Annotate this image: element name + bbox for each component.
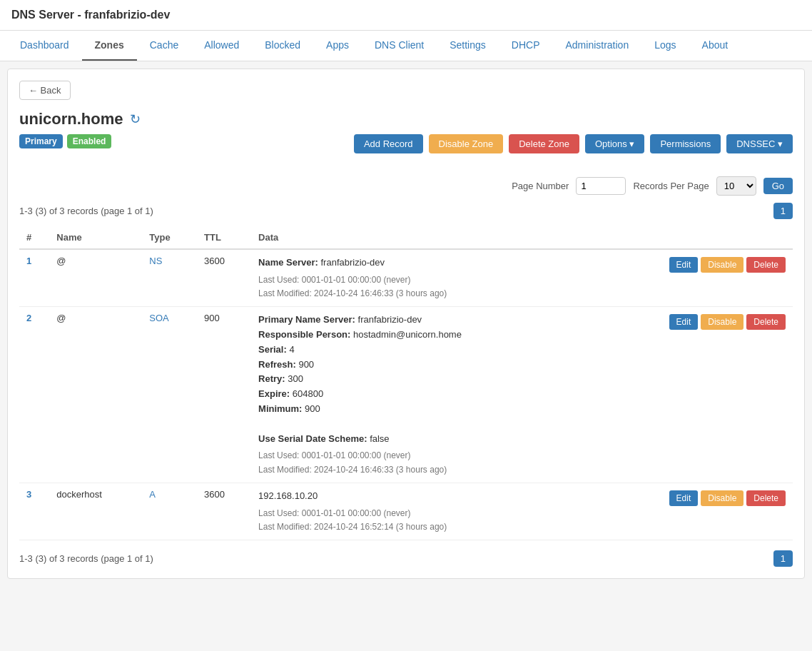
records-per-page-select[interactable]: 10 25 50 100 [716, 176, 756, 196]
tab-administration[interactable]: Administration [552, 31, 641, 61]
record-data-cell: 192.168.10.20Last Used: 0001-01-01 00:00… [251, 483, 589, 540]
title-bar: DNS Server - franfabrizio-dev [0, 0, 812, 31]
col-num: # [19, 226, 49, 249]
tab-allowed[interactable]: Allowed [191, 31, 252, 61]
record-disable-button[interactable]: Disable [701, 490, 744, 506]
tab-dhcp[interactable]: DHCP [499, 31, 553, 61]
record-disable-button[interactable]: Disable [701, 314, 744, 330]
tab-dashboard[interactable]: Dashboard [7, 31, 82, 61]
tab-apps[interactable]: Apps [313, 31, 362, 61]
record-data-cell: Primary Name Server: franfabrizio-devRes… [251, 307, 589, 483]
delete-zone-button[interactable]: Delete Zone [509, 134, 579, 153]
record-actions: EditDisableDelete [589, 249, 793, 307]
col-data: Data [251, 226, 589, 249]
dnssec-button[interactable]: DNSSEC ▾ [726, 134, 793, 153]
records-count-bottom: 1-3 (3) of 3 records (page 1 of 1) [19, 553, 153, 564]
col-name: Name [49, 226, 142, 249]
record-type: SOA [142, 307, 197, 483]
page-number-input[interactable] [576, 177, 626, 195]
records-per-page-label: Records Per Page [633, 181, 709, 191]
record-delete-button[interactable]: Delete [746, 490, 786, 506]
permissions-button[interactable]: Permissions [650, 134, 721, 153]
record-delete-button[interactable]: Delete [746, 257, 786, 273]
record-type: NS [142, 249, 197, 307]
record-edit-button[interactable]: Edit [669, 257, 699, 273]
record-delete-button[interactable]: Delete [746, 314, 786, 330]
nav-tabs: Dashboard Zones Cache Allowed Blocked Ap… [0, 31, 812, 61]
tab-about[interactable]: About [689, 31, 741, 61]
tab-logs[interactable]: Logs [641, 31, 689, 61]
badge-primary: Primary [19, 134, 63, 148]
record-type: A [142, 483, 197, 540]
records-info-top: 1-3 (3) of 3 records (page 1 of 1) 1 [19, 203, 793, 219]
badge-enabled: Enabled [67, 134, 112, 148]
tab-blocked[interactable]: Blocked [252, 31, 313, 61]
record-name: dockerhost [49, 483, 142, 540]
back-button[interactable]: ← Back [19, 81, 71, 100]
record-ttl: 3600 [197, 483, 251, 540]
record-name: @ [49, 307, 142, 483]
tab-dns-client[interactable]: DNS Client [362, 31, 437, 61]
record-name: @ [49, 249, 142, 307]
record-data-cell: Name Server: franfabrizio-devLast Used: … [251, 249, 589, 307]
pagination-controls: Page Number Records Per Page 10 25 50 10… [19, 176, 793, 196]
records-count-top: 1-3 (3) of 3 records (page 1 of 1) [19, 206, 153, 216]
page-number-label: Page Number [512, 181, 569, 191]
records-info-bottom: 1-3 (3) of 3 records (page 1 of 1) 1 [19, 550, 793, 567]
record-num: 2 [19, 307, 49, 483]
record-edit-button[interactable]: Edit [669, 314, 699, 330]
col-ttl: TTL [197, 226, 251, 249]
add-record-button[interactable]: Add Record [354, 134, 423, 153]
record-num: 3 [19, 483, 49, 540]
zone-badges: Primary Enabled [19, 134, 111, 148]
col-type: Type [142, 226, 197, 249]
record-num: 1 [19, 249, 49, 307]
main-content: ← Back unicorn.home ↻ Primary Enabled Ad… [7, 69, 805, 579]
page-badge-top[interactable]: 1 [773, 203, 793, 219]
tab-settings[interactable]: Settings [437, 31, 499, 61]
zone-header: unicorn.home ↻ [19, 110, 793, 128]
record-ttl: 3600 [197, 249, 251, 307]
page-badge-bottom[interactable]: 1 [773, 550, 793, 567]
record-edit-button[interactable]: Edit [669, 490, 699, 506]
table-row: 1 @ NS 3600 Name Server: franfabrizio-de… [19, 249, 793, 307]
toolbar: Add Record Disable Zone Delete Zone Opti… [354, 134, 793, 153]
record-actions: EditDisableDelete [589, 483, 793, 540]
tab-zones[interactable]: Zones [82, 31, 137, 61]
tab-cache[interactable]: Cache [137, 31, 191, 61]
go-button[interactable]: Go [763, 178, 793, 194]
record-disable-button[interactable]: Disable [701, 257, 744, 273]
refresh-icon[interactable]: ↻ [130, 111, 141, 127]
zone-name: unicorn.home [19, 110, 123, 128]
table-header-row: # Name Type TTL Data [19, 226, 793, 249]
table-row: 2 @ SOA 900 Primary Name Server: franfab… [19, 307, 793, 483]
options-button[interactable]: Options ▾ [585, 134, 644, 153]
disable-zone-button[interactable]: Disable Zone [429, 134, 504, 153]
record-ttl: 900 [197, 307, 251, 483]
page-title: DNS Server - franfabrizio-dev [11, 9, 170, 21]
record-actions: EditDisableDelete [589, 307, 793, 483]
records-table: # Name Type TTL Data 1 @ NS 3600 Name Se… [19, 226, 793, 540]
table-row: 3 dockerhost A 3600 192.168.10.20Last Us… [19, 483, 793, 540]
